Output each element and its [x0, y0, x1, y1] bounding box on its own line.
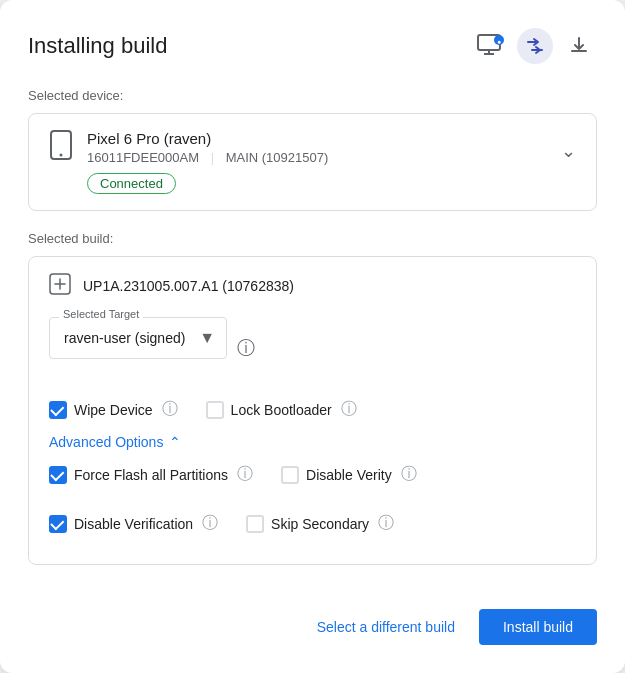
- wipe-device-checkbox[interactable]: [49, 401, 67, 419]
- lock-bootloader-help-icon[interactable]: ⓘ: [341, 399, 357, 420]
- advanced-options-toggle[interactable]: Advanced Options ⌃: [49, 434, 181, 450]
- lock-bootloader-checkbox[interactable]: [206, 401, 224, 419]
- build-icon: [49, 273, 71, 299]
- skip-secondary-group: Skip Secondary ⓘ: [246, 513, 394, 534]
- advanced-options-label: Advanced Options: [49, 434, 163, 450]
- device-box: Pixel 6 Pro (raven) 16011FDEE000AM | MAI…: [28, 113, 597, 211]
- select-different-build-button[interactable]: Select a different build: [309, 609, 463, 645]
- device-section-label: Selected device:: [28, 88, 597, 103]
- basic-options-row: Wipe Device ⓘ Lock Bootloader ⓘ: [49, 399, 576, 420]
- lock-bootloader-label: Lock Bootloader: [231, 402, 332, 418]
- advanced-row-2: Disable Verification ⓘ Skip Secondary ⓘ: [49, 513, 576, 534]
- svg-point-6: [60, 154, 63, 157]
- skip-secondary-help-icon[interactable]: ⓘ: [378, 513, 394, 534]
- skip-secondary-label: Skip Secondary: [271, 516, 369, 532]
- connected-badge: Connected: [87, 173, 176, 194]
- force-flash-checkbox[interactable]: [49, 466, 67, 484]
- disable-verity-help-icon[interactable]: ⓘ: [401, 464, 417, 485]
- build-box: UP1A.231005.007.A1 (10762838) Selected T…: [28, 256, 597, 565]
- svg-text:●: ●: [497, 38, 501, 45]
- disable-verification-help-icon[interactable]: ⓘ: [202, 513, 218, 534]
- advanced-section: Force Flash all Partitions ⓘ Disable Ver…: [49, 464, 576, 548]
- select-target-wrapper: Selected Target raven-user (signed) rave…: [49, 317, 227, 359]
- build-section-label: Selected build:: [28, 231, 597, 246]
- footer: Select a different build Install build: [28, 585, 597, 645]
- device-name: Pixel 6 Pro (raven): [87, 130, 328, 147]
- download-icon: [569, 36, 589, 56]
- header: Installing build ●: [28, 28, 597, 64]
- disable-verification-group: Disable Verification ⓘ: [49, 513, 218, 534]
- skip-secondary-checkbox[interactable]: [246, 515, 264, 533]
- header-icons: ●: [473, 28, 597, 64]
- disable-verification-label: Disable Verification: [74, 516, 193, 532]
- screen-icon-btn[interactable]: ●: [473, 28, 509, 64]
- device-info: Pixel 6 Pro (raven) 16011FDEE000AM | MAI…: [49, 130, 328, 194]
- target-select[interactable]: raven-user (signed) raven-userdebug rave…: [49, 317, 227, 359]
- build-header: UP1A.231005.007.A1 (10762838): [49, 273, 576, 299]
- force-flash-help-icon[interactable]: ⓘ: [237, 464, 253, 485]
- wipe-device-label: Wipe Device: [74, 402, 153, 418]
- device-details: Pixel 6 Pro (raven) 16011FDEE000AM | MAI…: [87, 130, 328, 194]
- disable-verity-checkbox[interactable]: [281, 466, 299, 484]
- target-help-icon[interactable]: ⓘ: [237, 336, 255, 360]
- disable-verification-checkbox[interactable]: [49, 515, 67, 533]
- wipe-device-help-icon[interactable]: ⓘ: [162, 399, 178, 420]
- force-flash-group: Force Flash all Partitions ⓘ: [49, 464, 253, 485]
- shuffle-icon: [524, 35, 546, 57]
- disable-verity-group: Disable Verity ⓘ: [281, 464, 417, 485]
- page-title: Installing build: [28, 33, 167, 59]
- install-build-button[interactable]: Install build: [479, 609, 597, 645]
- disable-verity-label: Disable Verity: [306, 467, 392, 483]
- build-id: UP1A.231005.007.A1 (10762838): [83, 278, 294, 294]
- device-chevron-down-icon[interactable]: ⌄: [561, 140, 576, 162]
- device-row: Pixel 6 Pro (raven) 16011FDEE000AM | MAI…: [49, 130, 576, 194]
- lock-bootloader-group: Lock Bootloader ⓘ: [206, 399, 357, 420]
- shuffle-icon-btn[interactable]: [517, 28, 553, 64]
- download-icon-btn[interactable]: [561, 28, 597, 64]
- force-flash-label: Force Flash all Partitions: [74, 467, 228, 483]
- wipe-device-group: Wipe Device ⓘ: [49, 399, 178, 420]
- main-card: Installing build ●: [0, 0, 625, 673]
- select-target-row: Selected Target raven-user (signed) rave…: [49, 317, 576, 379]
- device-serial: 16011FDEE000AM | MAIN (10921507): [87, 150, 328, 165]
- advanced-chevron-up-icon: ⌃: [169, 434, 181, 450]
- select-target-label: Selected Target: [59, 308, 143, 320]
- device-icon: [49, 130, 73, 164]
- advanced-row-1: Force Flash all Partitions ⓘ Disable Ver…: [49, 464, 576, 485]
- monitor-icon: ●: [477, 34, 505, 58]
